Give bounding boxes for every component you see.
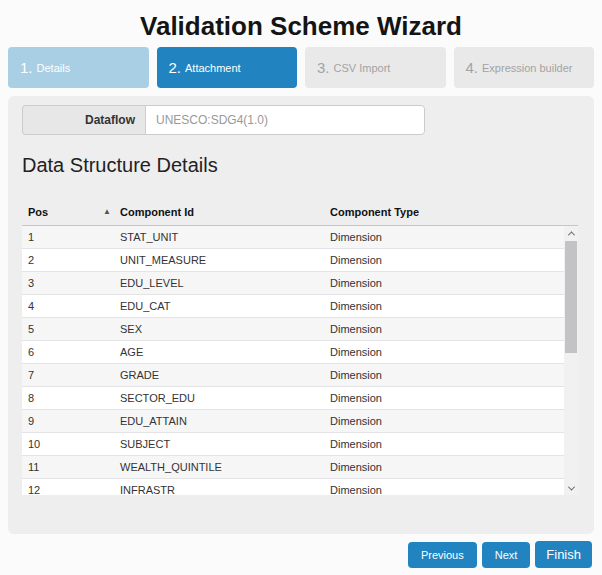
cell-component-type: Dimension xyxy=(330,254,564,266)
cell-component-id: SUBJECT xyxy=(120,438,330,450)
dataflow-label: Dataflow xyxy=(22,105,145,135)
table-row[interactable]: 1 STAT_UNIT Dimension xyxy=(22,226,564,249)
table-row[interactable]: 3 EDU_LEVEL Dimension xyxy=(22,272,564,295)
column-header-component-id[interactable]: Component Id xyxy=(120,206,330,218)
step-tab-attachment[interactable]: 2. Attachment xyxy=(157,47,298,88)
column-header-pos[interactable]: Pos ▲ xyxy=(28,206,120,218)
cell-component-id: SEX xyxy=(120,323,330,335)
cell-component-type: Dimension xyxy=(330,369,564,381)
chevron-up-icon xyxy=(567,231,574,238)
cell-pos: 7 xyxy=(28,369,120,381)
step-label: Expression builder xyxy=(482,62,573,74)
step-number: 4. xyxy=(466,59,479,76)
step-label: CSV Import xyxy=(334,62,391,74)
attachment-panel: Dataflow Data Structure Details Pos ▲ Co… xyxy=(8,96,594,534)
cell-pos: 10 xyxy=(28,438,120,450)
data-structure-table: Pos ▲ Component Id Component Type 1 STAT… xyxy=(22,199,578,495)
chevron-down-icon xyxy=(567,483,574,490)
table-row[interactable]: 7 GRADE Dimension xyxy=(22,364,564,387)
table-scroll-area: 1 STAT_UNIT Dimension 2 UNIT_MEASURE Dim… xyxy=(22,226,578,495)
cell-pos: 3 xyxy=(28,277,120,289)
cell-component-type: Dimension xyxy=(330,484,564,495)
cell-component-type: Dimension xyxy=(330,300,564,312)
scrollbar-down-button[interactable] xyxy=(564,481,578,495)
cell-component-id: EDU_CAT xyxy=(120,300,330,312)
table-row[interactable]: 4 EDU_CAT Dimension xyxy=(22,295,564,318)
table-scrollbar[interactable] xyxy=(564,226,578,495)
cell-component-type: Dimension xyxy=(330,438,564,450)
sort-ascending-icon: ▲ xyxy=(103,208,111,216)
column-header-component-type[interactable]: Component Type xyxy=(330,206,564,218)
previous-button[interactable]: Previous xyxy=(408,542,477,568)
step-label: Details xyxy=(37,62,71,74)
step-number: 2. xyxy=(169,59,182,76)
cell-component-type: Dimension xyxy=(330,323,564,335)
table-row[interactable]: 2 UNIT_MEASURE Dimension xyxy=(22,249,564,272)
cell-component-id: GRADE xyxy=(120,369,330,381)
next-button[interactable]: Next xyxy=(482,542,531,568)
cell-component-id: AGE xyxy=(120,346,330,358)
section-title: Data Structure Details xyxy=(22,154,218,177)
cell-pos: 5 xyxy=(28,323,120,335)
table-row[interactable]: 6 AGE Dimension xyxy=(22,341,564,364)
cell-component-type: Dimension xyxy=(330,392,564,404)
cell-pos: 12 xyxy=(28,484,120,495)
page-title: Validation Scheme Wizard xyxy=(0,8,602,47)
step-tab-csv-import: 3. CSV Import xyxy=(305,47,446,88)
step-tab-expression-builder: 4. Expression builder xyxy=(454,47,595,88)
cell-component-type: Dimension xyxy=(330,346,564,358)
cell-component-id: SECTOR_EDU xyxy=(120,392,330,404)
cell-pos: 9 xyxy=(28,415,120,427)
cell-pos: 6 xyxy=(28,346,120,358)
table-row[interactable]: 5 SEX Dimension xyxy=(22,318,564,341)
cell-pos: 1 xyxy=(28,231,120,243)
step-number: 1. xyxy=(20,59,33,76)
dataflow-input-group: Dataflow xyxy=(22,105,425,135)
cell-component-id: UNIT_MEASURE xyxy=(120,254,330,266)
column-header-pos-label: Pos xyxy=(28,206,48,218)
cell-pos: 11 xyxy=(28,461,120,473)
cell-component-type: Dimension xyxy=(330,231,564,243)
dataflow-input[interactable] xyxy=(145,105,425,135)
table-body-rows: 1 STAT_UNIT Dimension 2 UNIT_MEASURE Dim… xyxy=(22,226,564,495)
step-tab-details[interactable]: 1. Details xyxy=(8,47,149,88)
cell-component-type: Dimension xyxy=(330,461,564,473)
cell-component-id: EDU_ATTAIN xyxy=(120,415,330,427)
table-row[interactable]: 8 SECTOR_EDU Dimension xyxy=(22,387,564,410)
cell-component-id: STAT_UNIT xyxy=(120,231,330,243)
scrollbar-up-button[interactable] xyxy=(564,226,578,240)
finish-button[interactable]: Finish xyxy=(535,541,592,568)
step-number: 3. xyxy=(317,59,330,76)
cell-component-id: WEALTH_QUINTILE xyxy=(120,461,330,473)
step-label: Attachment xyxy=(185,62,241,74)
cell-component-type: Dimension xyxy=(330,277,564,289)
cell-pos: 4 xyxy=(28,300,120,312)
cell-component-id: INFRASTR xyxy=(120,484,330,495)
wizard-steps: 1. Details 2. Attachment 3. CSV Import 4… xyxy=(8,47,594,88)
table-row[interactable]: 12 INFRASTR Dimension xyxy=(22,479,564,495)
cell-pos: 2 xyxy=(28,254,120,266)
cell-component-type: Dimension xyxy=(330,415,564,427)
cell-component-id: EDU_LEVEL xyxy=(120,277,330,289)
cell-pos: 8 xyxy=(28,392,120,404)
table-header-row: Pos ▲ Component Id Component Type xyxy=(22,199,578,226)
scrollbar-thumb[interactable] xyxy=(565,241,577,353)
table-row[interactable]: 11 WEALTH_QUINTILE Dimension xyxy=(22,456,564,479)
table-row[interactable]: 10 SUBJECT Dimension xyxy=(22,433,564,456)
wizard-footer: Previous Next Finish xyxy=(408,541,592,568)
table-row[interactable]: 9 EDU_ATTAIN Dimension xyxy=(22,410,564,433)
